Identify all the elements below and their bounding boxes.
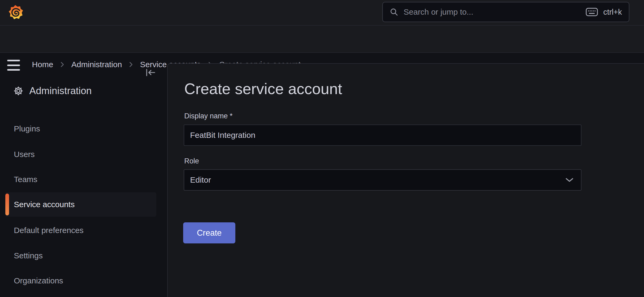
sidebar-item-users[interactable]: Users (0, 142, 167, 167)
chevron-down-icon (565, 178, 573, 182)
search-input[interactable]: Search or jump to... ctrl+k (382, 2, 629, 22)
sidebar-header: Administration (14, 84, 92, 98)
sidebar-item-default-preferences[interactable]: Default preferences (0, 218, 167, 243)
grafana-logo-icon[interactable] (8, 4, 24, 21)
sidebar-item-label: Service accounts (14, 200, 75, 209)
page-title: Create service account (184, 80, 342, 98)
search-shortcut: ctrl+k (603, 8, 622, 17)
sidebar-title: Administration (29, 85, 92, 97)
role-label: Role (184, 157, 199, 165)
sidebar: Administration Plugins Users Teams Servi… (0, 53, 167, 297)
search-icon (390, 8, 398, 16)
keyboard-icon (586, 8, 598, 16)
breadcrumb-bar: Home Administration Service accounts Cre… (0, 26, 644, 53)
sidebar-item-teams[interactable]: Teams (0, 167, 167, 192)
role-select-value: Editor (190, 175, 211, 184)
search-placeholder: Search or jump to... (404, 7, 580, 17)
role-select[interactable]: Editor (184, 169, 581, 191)
sidebar-item-organizations[interactable]: Organizations (0, 268, 167, 293)
top-bar: Search or jump to... ctrl+k (0, 0, 644, 26)
sidebar-item-service-accounts[interactable]: Service accounts (5, 192, 156, 217)
display-name-label: Display name * (184, 112, 233, 120)
sidebar-item-settings[interactable]: Settings (0, 243, 167, 268)
active-item-indicator (5, 194, 9, 215)
collapse-sidebar-icon[interactable] (145, 67, 157, 78)
gear-icon (14, 86, 23, 95)
main-panel: Create service account Display name * Ro… (167, 63, 644, 297)
display-name-input[interactable] (184, 125, 581, 146)
sidebar-item-plugins[interactable]: Plugins (0, 117, 167, 141)
create-button[interactable]: Create (183, 222, 235, 243)
